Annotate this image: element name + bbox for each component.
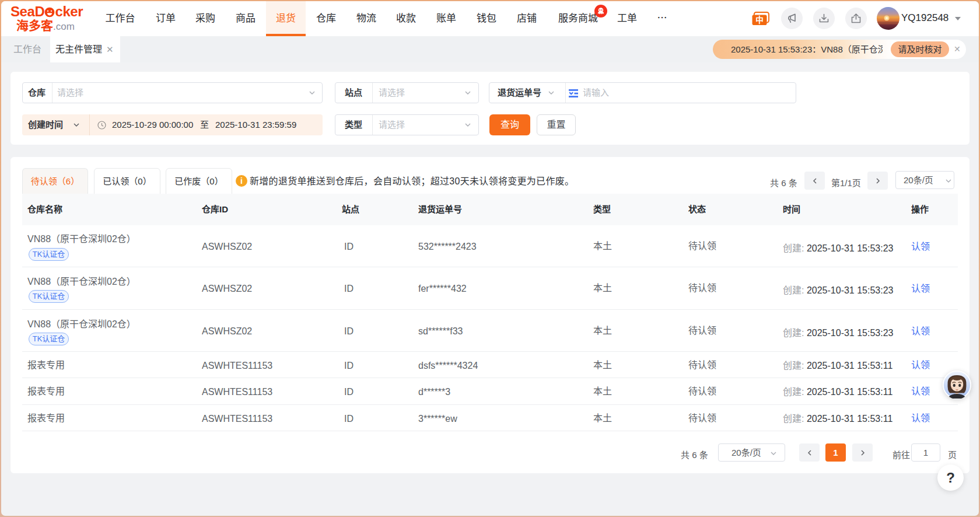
svg-text:中: 中 bbox=[755, 15, 764, 25]
